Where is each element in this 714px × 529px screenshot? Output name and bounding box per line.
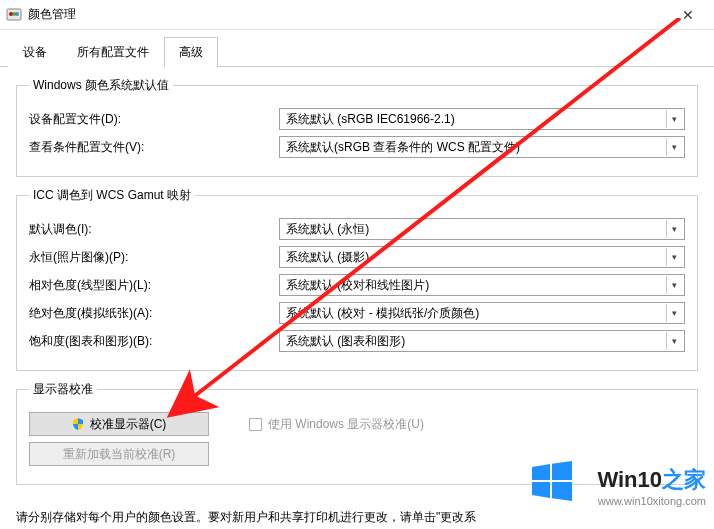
watermark-url: www.win10xitong.com — [597, 495, 706, 507]
svg-marker-4 — [532, 464, 550, 480]
tab-strip: 设备 所有配置文件 高级 — [0, 32, 714, 67]
relative-select[interactable]: 系统默认 (校对和线性图片) ▾ — [279, 274, 685, 296]
tab-device[interactable]: 设备 — [8, 37, 62, 67]
svg-point-3 — [15, 12, 19, 16]
default-intent-label: 默认调色(I): — [29, 221, 279, 238]
perceptual-value: 系统默认 (摄影) — [286, 249, 369, 266]
checkbox-box-icon — [249, 418, 262, 431]
chevron-down-icon: ▾ — [666, 332, 682, 350]
titlebar: 颜色管理 ✕ — [0, 0, 714, 30]
reload-calibration-label: 重新加载当前校准(R) — [63, 446, 176, 463]
group-windows-defaults-legend: Windows 颜色系统默认值 — [29, 77, 173, 94]
perceptual-select[interactable]: 系统默认 (摄影) ▾ — [279, 246, 685, 268]
absolute-value: 系统默认 (校对 - 模拟纸张/介质颜色) — [286, 305, 479, 322]
use-windows-calibration-label: 使用 Windows 显示器校准(U) — [268, 416, 424, 433]
viewing-profile-label: 查看条件配置文件(V): — [29, 139, 279, 156]
calibrate-display-label: 校准显示器(C) — [90, 416, 167, 433]
relative-value: 系统默认 (校对和线性图片) — [286, 277, 429, 294]
saturation-label: 饱和度(图表和图形)(B): — [29, 333, 279, 350]
absolute-select[interactable]: 系统默认 (校对 - 模拟纸张/介质颜色) ▾ — [279, 302, 685, 324]
viewing-profile-select[interactable]: 系统默认(sRGB 查看条件的 WCS 配置文件) ▾ — [279, 136, 685, 158]
chevron-down-icon: ▾ — [666, 220, 682, 238]
watermark-suffix: 之家 — [662, 467, 706, 492]
group-display-calibration-legend: 显示器校准 — [29, 381, 97, 398]
device-profile-select[interactable]: 系统默认 (sRGB IEC61966-2.1) ▾ — [279, 108, 685, 130]
group-icc-wcs-legend: ICC 调色到 WCS Gamut 映射 — [29, 187, 195, 204]
default-intent-select[interactable]: 系统默认 (永恒) ▾ — [279, 218, 685, 240]
default-intent-value: 系统默认 (永恒) — [286, 221, 369, 238]
device-profile-value: 系统默认 (sRGB IEC61966-2.1) — [286, 111, 455, 128]
svg-marker-7 — [552, 482, 572, 501]
watermark-title: Win10之家 — [597, 465, 706, 495]
chevron-down-icon: ▾ — [666, 138, 682, 156]
watermark: Win10之家 www.win10xitong.com — [597, 465, 706, 507]
svg-marker-5 — [552, 461, 572, 480]
chevron-down-icon: ▾ — [666, 110, 682, 128]
calibrate-display-button[interactable]: 校准显示器(C) — [29, 412, 209, 436]
viewing-profile-value: 系统默认(sRGB 查看条件的 WCS 配置文件) — [286, 139, 520, 156]
saturation-select[interactable]: 系统默认 (图表和图形) ▾ — [279, 330, 685, 352]
chevron-down-icon: ▾ — [666, 304, 682, 322]
absolute-label: 绝对色度(模拟纸张)(A): — [29, 305, 279, 322]
perceptual-label: 永恒(照片图像)(P): — [29, 249, 279, 266]
windows-logo-icon — [530, 459, 574, 503]
saturation-value: 系统默认 (图表和图形) — [286, 333, 405, 350]
svg-marker-6 — [532, 482, 550, 498]
use-windows-calibration-checkbox[interactable]: 使用 Windows 显示器校准(U) — [249, 416, 424, 433]
chevron-down-icon: ▾ — [666, 248, 682, 266]
tab-all-profiles[interactable]: 所有配置文件 — [62, 37, 164, 67]
content-area: Windows 颜色系统默认值 设备配置文件(D): 系统默认 (sRGB IE… — [0, 67, 714, 505]
group-windows-defaults: Windows 颜色系统默认值 设备配置文件(D): 系统默认 (sRGB IE… — [16, 77, 698, 177]
reload-calibration-button: 重新加载当前校准(R) — [29, 442, 209, 466]
close-icon: ✕ — [682, 7, 694, 23]
uac-shield-icon — [72, 418, 84, 430]
tab-advanced[interactable]: 高级 — [164, 37, 218, 67]
window-title: 颜色管理 — [28, 6, 76, 23]
device-profile-label: 设备配置文件(D): — [29, 111, 279, 128]
relative-label: 相对色度(线型图片)(L): — [29, 277, 279, 294]
group-display-calibration: 显示器校准 校准显示器(C) 使用 Windows 显示器校准(U) — [16, 381, 698, 485]
app-icon — [6, 7, 22, 23]
chevron-down-icon: ▾ — [666, 276, 682, 294]
watermark-prefix: Win10 — [597, 467, 662, 492]
group-icc-wcs: ICC 调色到 WCS Gamut 映射 默认调色(I): 系统默认 (永恒) … — [16, 187, 698, 371]
close-button[interactable]: ✕ — [668, 0, 708, 30]
footer-note: 请分别存储对每个用户的颜色设置。要对新用户和共享打印机进行更改，请单击"更改系 — [0, 505, 714, 526]
